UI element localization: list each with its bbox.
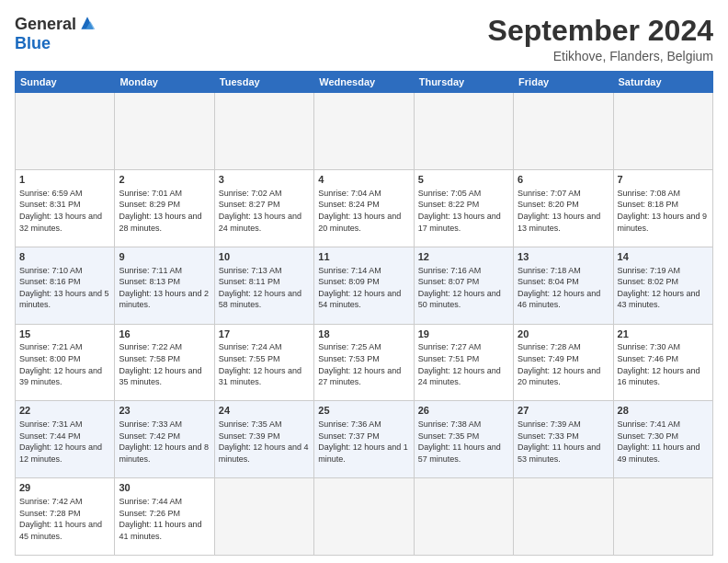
day-info: Sunrise: 7:35 AMSunset: 7:39 PMDaylight:… [219,419,310,465]
day-info: Sunrise: 7:18 AMSunset: 8:04 PMDaylight:… [518,265,609,311]
day-number: 16 [119,327,210,341]
table-row: 26Sunrise: 7:38 AMSunset: 7:35 PMDayligh… [414,401,513,478]
table-row: 20Sunrise: 7:28 AMSunset: 7:49 PMDayligh… [514,324,613,401]
day-number: 14 [618,250,709,264]
table-row: 28Sunrise: 7:41 AMSunset: 7:30 PMDayligh… [613,401,712,478]
day-number: 20 [518,327,609,341]
day-number: 7 [618,173,709,187]
header-thursday: Thursday [414,72,513,93]
table-row [514,478,613,556]
day-number: 6 [518,173,609,187]
day-info: Sunrise: 7:36 AMSunset: 7:37 PMDaylight:… [318,419,409,465]
day-number: 30 [119,481,210,495]
day-info: Sunrise: 7:22 AMSunset: 7:58 PMDaylight:… [119,341,210,387]
table-row [314,93,414,170]
day-info: Sunrise: 7:02 AMSunset: 8:27 PMDaylight:… [219,188,310,234]
calendar-week-row [16,93,713,170]
day-info: Sunrise: 7:21 AMSunset: 8:00 PMDaylight:… [19,341,110,387]
day-number: 10 [219,250,310,264]
day-number: 17 [219,327,310,341]
day-number: 1 [19,173,110,187]
calendar-week-row: 8Sunrise: 7:10 AMSunset: 8:16 PMDaylight… [16,247,713,324]
day-number: 24 [219,404,310,418]
day-number: 5 [418,173,509,187]
day-info: Sunrise: 7:11 AMSunset: 8:13 PMDaylight:… [119,265,210,311]
day-number: 27 [518,404,609,418]
day-info: Sunrise: 7:01 AMSunset: 8:29 PMDaylight:… [119,188,210,234]
location: Etikhove, Flanders, Belgium [488,49,713,63]
page-header: General Blue September 2024 Etikhove, Fl… [15,15,713,63]
logo: General Blue [15,15,97,53]
title-block: September 2024 Etikhove, Flanders, Belgi… [488,15,713,63]
day-number: 4 [318,173,409,187]
day-number: 13 [518,250,609,264]
logo-general: General [15,15,76,34]
day-info: Sunrise: 7:08 AMSunset: 8:18 PMDaylight:… [618,188,709,234]
table-row: 3Sunrise: 7:02 AMSunset: 8:27 PMDaylight… [214,169,313,247]
day-info: Sunrise: 7:13 AMSunset: 8:11 PMDaylight:… [219,265,310,311]
table-row [214,93,313,170]
table-row: 14Sunrise: 7:19 AMSunset: 8:02 PMDayligh… [613,247,712,324]
header-friday: Friday [514,72,613,93]
day-number: 25 [318,404,409,418]
day-number: 29 [19,481,110,495]
table-row: 13Sunrise: 7:18 AMSunset: 8:04 PMDayligh… [514,247,613,324]
day-info: Sunrise: 7:14 AMSunset: 8:09 PMDaylight:… [318,265,409,311]
day-info: Sunrise: 7:28 AMSunset: 7:49 PMDaylight:… [518,341,609,387]
table-row: 10Sunrise: 7:13 AMSunset: 8:11 PMDayligh… [214,247,313,324]
table-row: 11Sunrise: 7:14 AMSunset: 8:09 PMDayligh… [314,247,414,324]
day-info: Sunrise: 7:07 AMSunset: 8:20 PMDaylight:… [518,188,609,234]
table-row: 15Sunrise: 7:21 AMSunset: 8:00 PMDayligh… [16,324,115,401]
day-info: Sunrise: 7:27 AMSunset: 7:51 PMDaylight:… [418,341,509,387]
table-row: 2Sunrise: 7:01 AMSunset: 8:29 PMDaylight… [115,169,214,247]
table-row: 24Sunrise: 7:35 AMSunset: 7:39 PMDayligh… [214,401,313,478]
day-info: Sunrise: 7:10 AMSunset: 8:16 PMDaylight:… [19,265,110,311]
day-info: Sunrise: 7:04 AMSunset: 8:24 PMDaylight:… [318,188,409,234]
logo-icon [78,14,97,32]
calendar-table: Sunday Monday Tuesday Wednesday Thursday… [15,71,713,556]
table-row: 16Sunrise: 7:22 AMSunset: 7:58 PMDayligh… [115,324,214,401]
table-row: 30Sunrise: 7:44 AMSunset: 7:26 PMDayligh… [115,478,214,556]
day-info: Sunrise: 7:30 AMSunset: 7:46 PMDaylight:… [618,341,709,387]
day-number: 2 [119,173,210,187]
day-number: 19 [418,327,509,341]
day-info: Sunrise: 7:33 AMSunset: 7:42 PMDaylight:… [119,419,210,465]
table-row: 18Sunrise: 7:25 AMSunset: 7:53 PMDayligh… [314,324,414,401]
header-monday: Monday [115,72,214,93]
day-number: 3 [219,173,310,187]
table-row: 17Sunrise: 7:24 AMSunset: 7:55 PMDayligh… [214,324,313,401]
day-number: 28 [618,404,709,418]
day-number: 26 [418,404,509,418]
table-row: 9Sunrise: 7:11 AMSunset: 8:13 PMDaylight… [115,247,214,324]
table-row [214,478,313,556]
day-number: 8 [19,250,110,264]
table-row: 23Sunrise: 7:33 AMSunset: 7:42 PMDayligh… [115,401,214,478]
table-row: 7Sunrise: 7:08 AMSunset: 8:18 PMDaylight… [613,169,712,247]
calendar-week-row: 1Sunrise: 6:59 AMSunset: 8:31 PMDaylight… [16,169,713,247]
table-row: 6Sunrise: 7:07 AMSunset: 8:20 PMDaylight… [514,169,613,247]
header-tuesday: Tuesday [214,72,313,93]
month-year: September 2024 [488,15,713,47]
day-info: Sunrise: 7:05 AMSunset: 8:22 PMDaylight:… [418,188,509,234]
calendar-week-row: 22Sunrise: 7:31 AMSunset: 7:44 PMDayligh… [16,401,713,478]
day-number: 21 [618,327,709,341]
table-row: 27Sunrise: 7:39 AMSunset: 7:33 PMDayligh… [514,401,613,478]
day-info: Sunrise: 7:19 AMSunset: 8:02 PMDaylight:… [618,265,709,311]
table-row: 22Sunrise: 7:31 AMSunset: 7:44 PMDayligh… [16,401,115,478]
table-row [16,93,115,170]
calendar-week-row: 15Sunrise: 7:21 AMSunset: 8:00 PMDayligh… [16,324,713,401]
table-row: 21Sunrise: 7:30 AMSunset: 7:46 PMDayligh… [613,324,712,401]
table-row: 25Sunrise: 7:36 AMSunset: 7:37 PMDayligh… [314,401,414,478]
logo-blue: Blue [15,34,51,53]
table-row: 8Sunrise: 7:10 AMSunset: 8:16 PMDaylight… [16,247,115,324]
header-sunday: Sunday [16,72,115,93]
day-info: Sunrise: 7:24 AMSunset: 7:55 PMDaylight:… [219,341,310,387]
table-row [314,478,414,556]
day-info: Sunrise: 7:31 AMSunset: 7:44 PMDaylight:… [19,419,110,465]
header-saturday: Saturday [613,72,712,93]
calendar-header-row: Sunday Monday Tuesday Wednesday Thursday… [16,72,713,93]
table-row: 12Sunrise: 7:16 AMSunset: 8:07 PMDayligh… [414,247,513,324]
header-wednesday: Wednesday [314,72,414,93]
day-info: Sunrise: 6:59 AMSunset: 8:31 PMDaylight:… [19,188,110,234]
table-row: 29Sunrise: 7:42 AMSunset: 7:28 PMDayligh… [16,478,115,556]
